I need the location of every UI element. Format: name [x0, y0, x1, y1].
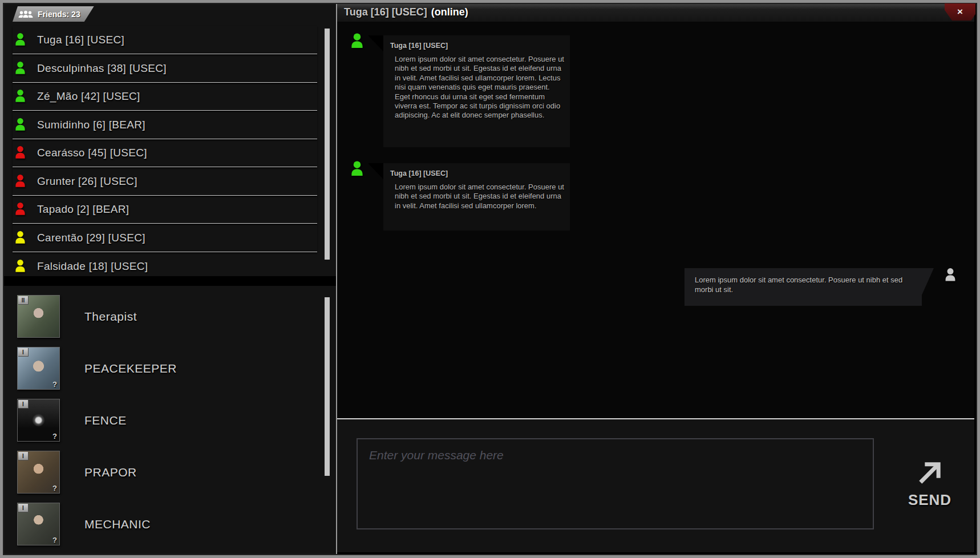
friend-row[interactable]: Desculpinhas [38] [USEC]	[13, 54, 317, 83]
friend-row[interactable]: Grunter [26] [USEC]	[13, 167, 317, 196]
friend-status-icon	[13, 230, 28, 245]
friends-scrollbar[interactable]	[325, 29, 330, 260]
loyalty-badge: I	[18, 348, 29, 357]
trader-avatar: I ?	[17, 451, 60, 494]
send-button[interactable]: SEND	[894, 446, 965, 520]
message-avatar-icon	[348, 32, 366, 50]
friend-row[interactable]: Carentão [29] [USEC]	[13, 224, 317, 252]
trader-row[interactable]: II Therapist	[17, 295, 317, 338]
trader-row[interactable]: I ? FENCE	[17, 399, 317, 442]
trader-row[interactable]: I ? PRAPOR	[17, 451, 317, 494]
friend-row[interactable]: Sumidinho [6] [BEAR]	[13, 111, 317, 139]
question-mark: ?	[52, 536, 57, 544]
friend-name: Tapado [2] [BEAR]	[37, 203, 129, 216]
trader-name: FENCE	[84, 414, 127, 427]
message-text: Lorem ipsum dolor sit amet consectetur. …	[383, 50, 570, 120]
loyalty-badge: I	[18, 504, 29, 512]
friend-status-icon	[13, 145, 28, 160]
friend-name: Tuga [16] [USEC]	[37, 34, 124, 46]
friends-icon	[18, 10, 33, 18]
message-input[interactable]	[357, 438, 874, 529]
message-avatar-icon	[348, 160, 366, 178]
message-text: Lorem ipsum dolor sit amet consectetur. …	[685, 268, 934, 294]
question-mark: ?	[52, 484, 57, 492]
friend-name: Zé_Mão [42] [USEC]	[37, 90, 140, 103]
trader-row[interactable]: I ? MECHANIC	[17, 503, 317, 545]
friend-status-icon	[13, 88, 28, 104]
friend-status-icon	[13, 173, 28, 189]
friends-tab-label: Friends: 23	[38, 10, 80, 19]
trader-avatar: I ?	[17, 399, 60, 442]
outgoing-message: Lorem ipsum dolor sit amet consectetur. …	[685, 268, 934, 306]
messenger-window: Friends: 23 Tuga [16] [USEC] Desculpinha…	[0, 0, 980, 558]
message-author: Tuga [16] [USEC]	[383, 35, 570, 50]
trader-row[interactable]: I ? PEACEKEEPER	[17, 347, 317, 390]
friend-row[interactable]: Zé_Mão [42] [USEC]	[13, 82, 317, 111]
friend-name: Carentão [29] [USEC]	[37, 232, 145, 244]
friends-tab[interactable]: Friends: 23	[13, 6, 94, 22]
chat-header: Tuga [16] [USEC] (online)	[337, 3, 974, 22]
friend-name: Cearásso [45] [USEC]	[37, 147, 147, 159]
incoming-message: Tuga [16] [USEC] Lorem ipsum dolor sit a…	[383, 163, 570, 231]
friend-status-icon	[13, 201, 28, 217]
trader-avatar: I ?	[17, 503, 60, 545]
friend-name: Falsidade [18] [USEC]	[37, 260, 148, 273]
chat-title: Tuga [16] [USEC]	[344, 6, 427, 18]
loyalty-badge: I	[18, 400, 29, 409]
friend-name: Grunter [26] [USEC]	[37, 175, 137, 188]
friend-name: Desculpinhas [38] [USEC]	[37, 62, 167, 75]
trader-name: MECHANIC	[84, 517, 151, 531]
message-text: Lorem ipsum dolor sit amet consectetur. …	[383, 177, 570, 211]
send-label: SEND	[908, 491, 951, 509]
trader-name: PEACEKEEPER	[84, 362, 177, 375]
friend-status-icon	[13, 117, 28, 132]
loyalty-badge: II	[18, 296, 29, 305]
trader-name: PRAPOR	[84, 466, 137, 479]
traders-scrollbar[interactable]	[325, 297, 330, 476]
friend-status-icon	[13, 258, 28, 274]
chat-online-status: (online)	[431, 6, 468, 18]
trader-avatar: II	[17, 295, 60, 338]
send-arrow-icon	[915, 458, 945, 488]
friend-status-icon	[13, 60, 28, 76]
friend-status-icon	[13, 32, 28, 47]
message-author: Tuga [16] [USEC]	[383, 163, 570, 177]
close-icon: ×	[957, 6, 963, 18]
question-mark: ?	[52, 380, 57, 389]
trader-avatar: I ?	[17, 347, 60, 390]
panel-separator	[3, 276, 337, 286]
question-mark: ?	[52, 432, 57, 440]
friend-name: Sumidinho [6] [BEAR]	[37, 119, 145, 131]
friend-row[interactable]: Tapado [2] [BEAR]	[13, 195, 317, 224]
trader-name: Therapist	[84, 310, 137, 324]
incoming-message: Tuga [16] [USEC] Lorem ipsum dolor sit a…	[383, 35, 570, 147]
loyalty-badge: I	[18, 452, 29, 460]
friend-row[interactable]: Cearásso [45] [USEC]	[13, 139, 317, 167]
self-avatar-icon	[942, 267, 958, 283]
friend-row[interactable]: Tuga [16] [USEC]	[13, 26, 317, 54]
